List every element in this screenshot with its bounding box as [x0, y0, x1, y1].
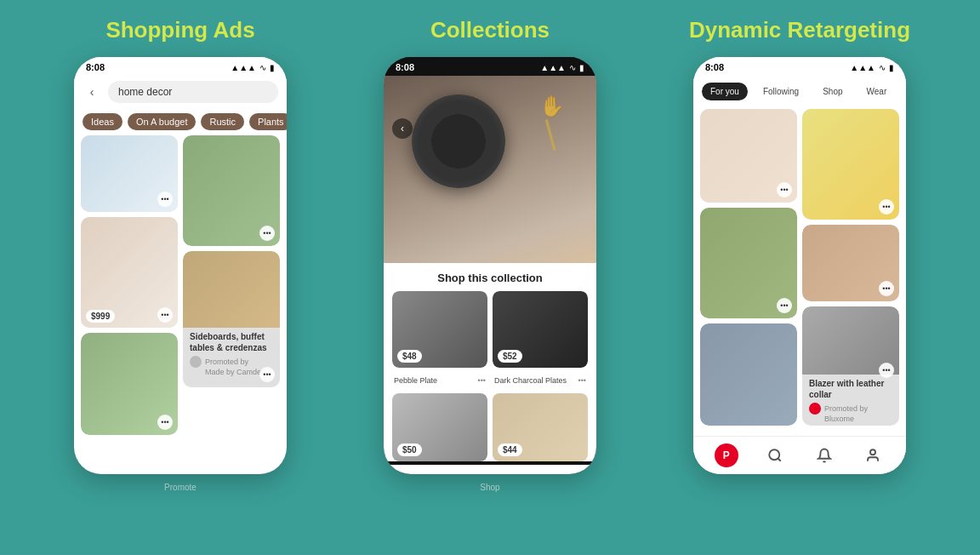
phone-shopping-ads: 8:08 ▲▲▲ ∿ ▮ ‹ home decor Ideas On A bud… [74, 57, 287, 474]
collections-hero: | ✋ ‹ [384, 76, 596, 263]
search-display[interactable]: home decor [108, 81, 278, 103]
item-dots-2[interactable]: ••• [578, 376, 586, 385]
collection-item-4[interactable]: $44 [493, 393, 588, 461]
retargeting-col-left: ••• ••• [700, 109, 797, 431]
section-title-dynamic: Dynamic Retargeting [689, 17, 910, 43]
wifi-icon-3: ∿ [879, 63, 886, 72]
price-2: $52 [498, 350, 522, 363]
pin-lemon[interactable]: ••• [802, 109, 899, 220]
section-dynamic-retargeting: Dynamic Retargeting 8:08 ▲▲▲ ∿ ▮ For you… [653, 17, 946, 474]
battery-icon-2: ▮ [579, 63, 584, 72]
collection-item-1[interactable]: $48 [392, 291, 487, 368]
svg-point-2 [870, 449, 875, 455]
promoted-label: Promoted by [190, 356, 273, 368]
shop-collection-panel: Shop this collection $48 $52 Pebble [384, 263, 596, 461]
collection-item-2[interactable]: $52 [493, 291, 588, 368]
collection-items-row1: $48 $52 [392, 291, 588, 368]
pin-earring[interactable]: ••• [700, 109, 797, 203]
bluxome-name: Bluxome [809, 415, 892, 423]
pin-cactus[interactable]: ••• [700, 208, 797, 318]
status-bar-1: 8:08 ▲▲▲ ∿ ▮ [74, 57, 287, 76]
status-icons-1: ▲▲▲ ∿ ▮ [231, 63, 275, 72]
hero-plate-visual: | ✋ [384, 76, 596, 263]
tab-for-you[interactable]: For you [702, 83, 748, 100]
collection-item-3[interactable]: $50 [392, 393, 487, 461]
item-info-2: Dark Charcoal Plates ••• [493, 373, 588, 388]
shop-collection-title: Shop this collection [392, 272, 588, 284]
status-bar-3: 8:08 ▲▲▲ ∿ ▮ [693, 57, 906, 76]
collections-action-bar: Visit Save ••• [384, 465, 596, 474]
phone-dynamic-retargeting: 8:08 ▲▲▲ ∿ ▮ For you Following Shop Wear [693, 57, 906, 474]
battery-icon: ▮ [270, 63, 275, 72]
chip-budget[interactable]: On A budget [128, 113, 197, 130]
section-title-shopping: Shopping Ads [105, 17, 254, 43]
pin-col-right: ••• Sideboards, buffet tables & credenza… [183, 135, 280, 435]
pin-plant[interactable]: ••• [81, 333, 178, 435]
tab-shop[interactable]: Shop [814, 83, 851, 100]
pin-street[interactable] [700, 323, 797, 426]
signal-icon-2: ▲▲▲ [540, 63, 566, 72]
status-time-3: 8:08 [705, 62, 724, 72]
svg-point-0 [770, 449, 780, 460]
share-button[interactable] [394, 472, 424, 474]
section-title-collections: Collections [430, 17, 550, 43]
price-4: $44 [498, 443, 522, 456]
pinterest-icon[interactable]: P [715, 443, 738, 467]
blazer-promoted: Blazer with leather collar Promoted by B… [802, 375, 899, 426]
signal-icon: ▲▲▲ [231, 63, 256, 72]
blazer-promoted-label: Promoted by [809, 403, 892, 415]
chip-ideas[interactable]: Ideas [83, 113, 122, 130]
profile-icon[interactable] [861, 443, 885, 467]
item-dots-1[interactable]: ••• [478, 376, 486, 385]
status-icons-3: ▲▲▲ ∿ ▮ [850, 63, 894, 72]
bluxome-avatar [809, 403, 821, 415]
chip-rustic[interactable]: Rustic [201, 113, 244, 130]
wifi-icon: ∿ [259, 63, 266, 72]
pin-house[interactable]: ••• [81, 135, 178, 212]
search-icon[interactable] [763, 443, 787, 467]
more-button[interactable]: ••• [556, 472, 586, 474]
wifi-icon-2: ∿ [569, 63, 576, 72]
tab-following[interactable]: Following [755, 83, 807, 100]
status-time-1: 8:08 [86, 62, 105, 72]
tab-bar: For you Following Shop Wear [693, 76, 906, 104]
blazer-title: Blazer with leather collar [809, 378, 892, 400]
collection-items-row2: $50 $44 [392, 393, 588, 461]
section-subtitle-2: Shop [480, 479, 499, 494]
status-time-2: 8:08 [396, 62, 414, 72]
blazer-promoted-by: Promoted by [824, 404, 868, 413]
svg-line-1 [778, 459, 781, 461]
pin-col-left: ••• $999 ••• ••• [81, 135, 178, 435]
status-bar-2: 8:08 ▲▲▲ ∿ ▮ [384, 57, 596, 76]
section-shopping-ads: Shopping Ads 8:08 ▲▲▲ ∿ ▮ ‹ home decor I… [34, 17, 327, 494]
chip-plants[interactable]: Plants [249, 113, 287, 130]
status-icons-2: ▲▲▲ ∿ ▮ [540, 63, 584, 72]
pin-woman[interactable]: ••• [802, 225, 899, 301]
battery-icon-3: ▮ [889, 63, 894, 72]
retargeting-col-right: ••• ••• Blazer with leather collar [802, 109, 899, 431]
tab-wear[interactable]: Wear [858, 83, 896, 100]
filter-chips: Ideas On A budget Rustic Plants [74, 108, 287, 135]
notifications-icon[interactable] [812, 443, 836, 467]
section-collections: Collections 8:08 ▲▲▲ ∿ ▮ | [344, 17, 636, 494]
retargeting-grid: ••• ••• ••• [693, 104, 906, 436]
pin-interior[interactable]: ••• [183, 135, 280, 246]
pin-grid: ••• $999 ••• ••• [74, 135, 287, 435]
promoted-by: Promoted by [205, 358, 248, 366]
hero-back-button[interactable]: ‹ [392, 118, 413, 139]
cutlery-decoration: | [540, 113, 559, 152]
item-info-1: Pebble Plate ••• [392, 373, 487, 388]
promoted-title: Sideboards, buffet tables & credenzas [190, 331, 273, 353]
item-name-2: Dark Charcoal Plates [494, 376, 578, 385]
item-names-row1: Pebble Plate ••• Dark Charcoal Plates ••… [392, 373, 588, 388]
bottom-nav: P [693, 436, 906, 474]
pin-chair[interactable]: $999 ••• [81, 217, 178, 328]
back-button[interactable]: ‹ [83, 83, 101, 101]
pin-sideboard[interactable]: Sideboards, buffet tables & credenzas Pr… [183, 251, 280, 387]
plate-dots [420, 103, 497, 180]
pin-blazer[interactable]: Blazer with leather collar Promoted by B… [802, 306, 899, 426]
search-bar: ‹ home decor [74, 76, 287, 108]
page-container: Shopping Ads 8:08 ▲▲▲ ∿ ▮ ‹ home decor I… [0, 0, 980, 494]
hand-decoration: ✋ [539, 94, 565, 118]
signal-icon-3: ▲▲▲ [850, 63, 875, 72]
